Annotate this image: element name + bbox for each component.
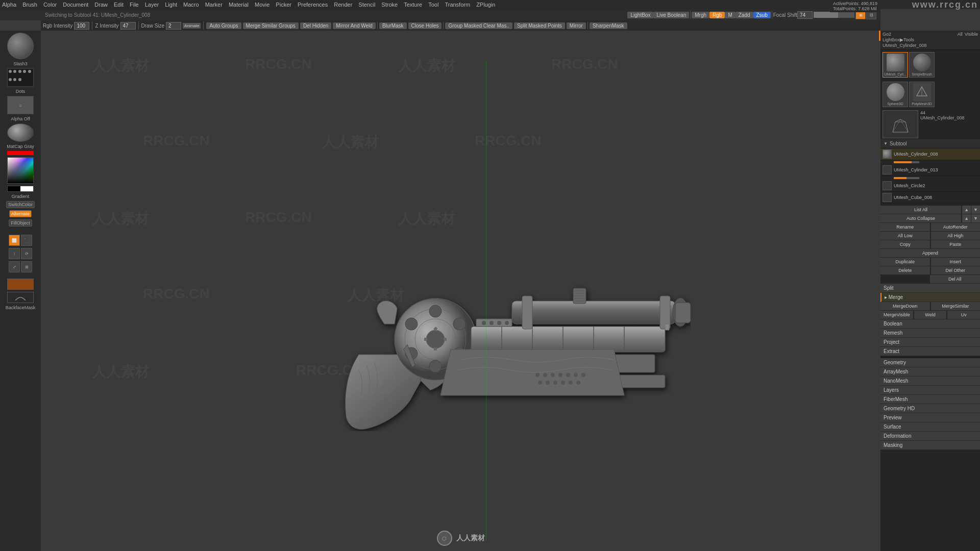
merge-button[interactable]: ▸ Merge xyxy=(880,293,980,302)
subtool-slider-1[interactable] xyxy=(894,161,919,163)
alternate-button[interactable]: Alternate xyxy=(9,210,32,217)
subtool-item-3[interactable]: UMesh_Circle2 xyxy=(880,180,980,192)
subtool-header[interactable]: ▼ Subtool xyxy=(880,139,980,148)
all-high-button[interactable]: All High xyxy=(931,232,981,240)
fiber-mesh-button[interactable]: FiberMesh xyxy=(880,395,980,404)
paste-button[interactable]: Paste xyxy=(931,240,981,248)
layers-button[interactable]: Layers xyxy=(880,386,980,395)
draw-icon-b[interactable]: ⬛ xyxy=(21,235,32,246)
menu-brush[interactable]: Brush xyxy=(22,2,37,8)
menu-texture[interactable]: Texture xyxy=(404,2,422,8)
draw-icon-active[interactable]: ⬜ xyxy=(9,235,20,246)
ac-arrow-up[interactable]: ▲ xyxy=(962,214,971,222)
menu-movie[interactable]: Movie xyxy=(255,2,270,8)
scale-icon[interactable]: ⤢ xyxy=(9,261,20,272)
blur-mask-button[interactable]: BlurMask xyxy=(379,22,407,29)
copy-button[interactable]: Copy xyxy=(880,240,930,248)
merge-visible-button[interactable]: MergeVisible xyxy=(880,311,913,319)
menu-edit[interactable]: Edit xyxy=(114,2,124,8)
menu-light[interactable]: Light xyxy=(165,2,177,8)
mirror-button[interactable]: Mirror xyxy=(567,22,586,29)
m-button[interactable]: M xyxy=(725,12,735,18)
rename-button[interactable]: Rename xyxy=(880,223,930,231)
preview-button[interactable]: Preview xyxy=(880,413,980,422)
delete-button[interactable]: Delete xyxy=(880,266,930,274)
weld-button[interactable]: Weld xyxy=(914,311,947,319)
del-hidden-button[interactable]: Del Hidden xyxy=(300,22,331,29)
zadd-button[interactable]: Zadd xyxy=(736,12,753,18)
duplicate-button[interactable]: Duplicate xyxy=(880,258,930,266)
project-button[interactable]: Project xyxy=(880,338,980,347)
all-low-button[interactable]: All Low xyxy=(880,232,930,240)
geometry-hd-button[interactable]: Geometry HD xyxy=(880,404,980,413)
menu-layer[interactable]: Layer xyxy=(145,2,159,8)
switch-color-button[interactable]: SwitchColor xyxy=(6,201,35,208)
fill-object-button[interactable]: FillObject xyxy=(9,219,32,227)
surface-button[interactable]: Surface xyxy=(880,422,980,432)
focal-shift-slider[interactable] xyxy=(814,12,854,18)
menu-zplugin[interactable]: ZPlugin xyxy=(476,2,495,8)
lightbox-button[interactable]: LightBox xyxy=(627,12,653,18)
zsub-button[interactable]: Zsub xyxy=(753,12,771,18)
mesh-thumb-umesh-cylinder[interactable]: UMesh_Cyli... xyxy=(883,52,908,78)
mesh-thumb-simple-brush[interactable]: SimpleBrush xyxy=(909,52,935,78)
transform-icon-b[interactable]: ⟳ xyxy=(21,248,32,259)
live-boolean-button[interactable]: Live Boolean xyxy=(653,12,689,18)
split-button[interactable]: Split xyxy=(880,284,980,293)
animate-button[interactable]: Animate xyxy=(183,23,201,29)
menu-document[interactable]: Document xyxy=(63,2,88,8)
collapse-arrow-down[interactable]: ▼ xyxy=(971,206,980,214)
merge-similar-btn[interactable]: MergeSimilar xyxy=(931,302,981,310)
ac-arrow-down[interactable]: ▼ xyxy=(971,214,980,222)
subtool-item-4[interactable]: UMesh_Cube_008 xyxy=(880,192,980,204)
array-mesh-button[interactable]: ArrayMesh xyxy=(880,367,980,377)
rgb-button[interactable]: Rgb xyxy=(709,12,725,18)
auto-render-button[interactable]: AutoRender xyxy=(931,223,981,231)
menu-marker[interactable]: Marker xyxy=(205,2,223,8)
subtool-item-1[interactable]: UMesh_Cylinder_008 xyxy=(880,148,980,160)
menu-file[interactable]: File xyxy=(130,2,139,8)
gradient-bar[interactable] xyxy=(7,186,34,192)
menu-picker[interactable]: Picker xyxy=(276,2,291,8)
menu-tool[interactable]: Tool xyxy=(428,2,438,8)
matcap-preview[interactable] xyxy=(7,123,34,142)
sharpen-mask-button[interactable]: SharpenMask xyxy=(590,22,627,29)
canvas-area[interactable]: 人人素材 RRCG.CN 人人素材 RRCG.CN RRCG.CN 人人素材 R… xyxy=(41,31,880,551)
grid-icon[interactable]: ⊞ xyxy=(21,261,32,272)
extract-button[interactable]: Extract xyxy=(880,347,980,356)
visible-label[interactable]: Visible xyxy=(965,32,978,37)
insert-button[interactable]: Insert xyxy=(931,258,981,266)
collapse-arrow-up[interactable]: ▲ xyxy=(962,206,971,214)
focal-shift-value[interactable]: 74 xyxy=(797,11,813,19)
menu-color[interactable]: Color xyxy=(43,2,57,8)
material-slot[interactable] xyxy=(7,279,34,290)
brush-stroke-preview[interactable] xyxy=(7,68,34,87)
deformation-button[interactable]: Deformation xyxy=(880,432,980,441)
menu-alpha[interactable]: Alpha xyxy=(2,2,16,8)
curve-icon[interactable] xyxy=(7,292,34,303)
nano-mesh-button[interactable]: NanoMesh xyxy=(880,377,980,386)
menu-render[interactable]: Render xyxy=(334,2,352,8)
subtool-slider-2[interactable] xyxy=(894,177,919,179)
list-all-button[interactable]: List All xyxy=(880,206,961,214)
merge-down-button[interactable]: MergeDown xyxy=(880,302,930,310)
mirror-weld-button[interactable]: Mirror And Weld xyxy=(333,22,376,29)
large-mesh-preview[interactable] xyxy=(883,110,918,138)
all-label[interactable]: All xyxy=(958,32,963,37)
rgb-intensity-value[interactable]: 100 xyxy=(74,22,89,30)
go2-label[interactable]: Go2 xyxy=(883,32,891,37)
subtool-item-2[interactable]: UMesh_Cylinder_013 xyxy=(880,164,980,176)
menu-stroke[interactable]: Stroke xyxy=(381,2,398,8)
menu-stencil[interactable]: Stencil xyxy=(358,2,375,8)
geometry-button[interactable]: Geometry xyxy=(880,358,980,367)
merge-similar-button[interactable]: Merge Similar Groups xyxy=(243,22,299,29)
close-holes-button[interactable]: Close Holes xyxy=(408,22,442,29)
menu-macro[interactable]: Macro xyxy=(183,2,199,8)
uv-button[interactable]: Uv xyxy=(947,311,980,319)
alpha-preview[interactable]: α xyxy=(7,96,34,114)
auto-groups-button[interactable]: Auto Groups xyxy=(206,22,241,29)
menu-draw[interactable]: Draw xyxy=(94,2,108,8)
del-other-button[interactable]: Del Other xyxy=(931,266,981,274)
menu-transform[interactable]: Transform xyxy=(445,2,470,8)
group-masked-button[interactable]: Group Masked Clear Mas.. xyxy=(445,22,512,29)
